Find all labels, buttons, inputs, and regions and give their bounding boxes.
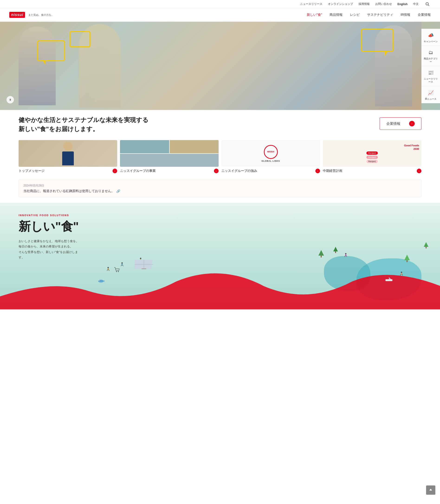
card-midterm-plan[interactable]: Good Foods 2030 Recipe3 Recipe2 Recipe1 … (323, 140, 421, 173)
svg-line-23 (345, 255, 345, 257)
news-text: 当社商品に、報道されている紅麹原料は使用しておりません。 🔗 (23, 189, 417, 193)
nav-item-ir[interactable]: IR情報 (400, 13, 410, 17)
svg-line-19 (400, 274, 401, 276)
hero-photo-bg (0, 22, 421, 110)
card-group-business-arrow-icon: › (214, 169, 219, 173)
illustration-scene (0, 203, 440, 309)
person-figure-4 (400, 271, 403, 277)
svg-marker-29 (404, 255, 410, 260)
hero-image: ⏸ 📣 キャンペーン 🗂 商品カテゴリー 📰 ニュースリリース 📈 IRニュース (0, 22, 440, 110)
nav-item-products[interactable]: 商品情報 (330, 13, 343, 17)
sidebar-item-ir-news[interactable]: 📈 IRニュース (421, 86, 440, 103)
person-figure-1 (107, 267, 110, 272)
card-group-business-label: ニッスイグループの事業 › (120, 169, 219, 173)
tree-4 (424, 242, 428, 249)
svg-rect-28 (335, 252, 336, 253)
news-release-link[interactable]: ニュースリリース (300, 2, 322, 6)
card-midterm-plan-image: Good Foods 2030 Recipe3 Recipe2 Recipe1 (323, 140, 421, 167)
card-group-business-image (120, 140, 219, 167)
lang-chinese-link[interactable]: 中文 (413, 2, 419, 6)
card-top-message-arrow-icon: › (112, 169, 117, 173)
person1-silhouette (19, 27, 56, 105)
product-category-icon: 🗂 (427, 49, 434, 56)
svg-line-11 (121, 265, 122, 266)
tree-3 (404, 255, 410, 263)
card-grid: トップメッセージ › ニッスイグループの事業 › NISSUI GLOBAL L… (0, 133, 440, 180)
card-top-message-label: トップメッセージ › (19, 169, 117, 173)
speech-bubble-1 (37, 40, 65, 61)
sidebar-product-label: 商品カテゴリー (423, 57, 438, 63)
search-icon[interactable] (424, 1, 431, 7)
svg-rect-18 (401, 273, 402, 275)
ir-news-icon: 📈 (427, 89, 434, 96)
card-group-business[interactable]: ニッスイグループの事業 › (120, 140, 219, 173)
midterm-bubble-3: Recipe3 (366, 151, 378, 155)
svg-rect-2 (385, 279, 392, 281)
tree-2 (333, 247, 338, 254)
global-links-label: GLOBAL LINKS (261, 160, 280, 162)
svg-point-9 (121, 262, 123, 264)
lang-english-link[interactable]: English (398, 2, 408, 6)
svg-line-24 (346, 255, 347, 257)
logo-tagline: まだ見ぬ、食の力を。 (28, 13, 54, 17)
pause-button[interactable]: ⏸ (6, 96, 14, 104)
sidebar-news-label: ニュースリリース (423, 77, 438, 83)
sidebar-item-news-release[interactable]: 📰 ニュースリリース (421, 66, 440, 86)
shopping-cart-icon (114, 267, 120, 273)
red-zigzag-river (0, 263, 440, 309)
right-sidebar: 📣 キャンペーン 🗂 商品カテゴリー 📰 ニュースリリース 📈 IRニュース (421, 29, 440, 103)
card-group-strengths-image: NISSUI GLOBAL LINKS (221, 140, 320, 167)
news-date: 2024年03月28日 (23, 184, 417, 188)
hero-cta-button[interactable]: 企業情報 › (380, 117, 421, 130)
recruit-link[interactable]: 採用情報 (358, 2, 370, 6)
top-bar: ニュースリリース オンラインショップ 採用情報 お問い合わせ English 中… (0, 0, 440, 8)
svg-rect-6 (108, 268, 109, 270)
boat-icon (384, 277, 394, 282)
nav-items: 新しい"食" 商品情報 レシピ サステナビリティ IR情報 企業情報 (307, 13, 431, 17)
svg-rect-30 (407, 260, 408, 262)
online-shop-link[interactable]: オンラインショップ (328, 2, 353, 6)
card-group-strengths[interactable]: NISSUI GLOBAL LINKS ニッスイグループの強み › (221, 140, 320, 173)
svg-point-41 (116, 271, 117, 272)
card-group-strengths-arrow-icon: › (315, 169, 320, 173)
tree-1 (318, 250, 324, 258)
speech-bubble-3 (361, 29, 394, 52)
global-circle-icon: NISSUI (264, 145, 278, 159)
svg-line-7 (107, 269, 108, 271)
svg-point-21 (345, 253, 346, 254)
nav-item-company[interactable]: 企業情報 (418, 13, 431, 17)
card-group-strengths-label: ニッスイグループの強み › (221, 169, 320, 173)
svg-rect-10 (122, 264, 123, 265)
hero-caption: 健やかな生活とサステナブルな未来を実現する 新しい"食"をお届けします。 企業情… (0, 110, 440, 133)
midterm-bubble-2: Recipe2 (366, 156, 378, 159)
svg-point-5 (108, 267, 109, 268)
card-top-message-image (19, 140, 117, 167)
midterm-bubbles: Recipe3 Recipe2 Recipe1 (366, 151, 378, 163)
svg-point-42 (118, 271, 119, 272)
svg-marker-31 (424, 242, 428, 247)
logo-nissui: nissui (11, 13, 23, 17)
sidebar-ir-label: IRニュース (425, 97, 437, 100)
contact-link[interactable]: お問い合わせ (375, 2, 392, 6)
svg-rect-26 (321, 256, 322, 257)
news-link-icon[interactable]: 🔗 (116, 189, 120, 193)
fish-icon (97, 279, 104, 284)
logo-area[interactable]: nissui まだ見ぬ、食の力を。 (9, 12, 54, 18)
sidebar-item-product-category[interactable]: 🗂 商品カテゴリー (421, 46, 440, 66)
sidebar-campaign-label: キャンペーン (424, 40, 438, 43)
card-midterm-plan-arrow-icon: › (417, 169, 421, 173)
speech-bubble-2 (70, 31, 91, 47)
sidebar-item-campaign[interactable]: 📣 キャンペーン (421, 29, 440, 46)
logo-box: nissui (9, 12, 25, 18)
hero-wrapper: ⏸ 📣 キャンペーン 🗂 商品カテゴリー 📰 ニュースリリース 📈 IRニュース (0, 22, 440, 133)
svg-line-8 (109, 269, 109, 271)
main-nav: nissui まだ見ぬ、食の力を。 新しい"食" 商品情報 レシピ サステナビリ… (0, 8, 440, 22)
svg-marker-38 (104, 280, 104, 282)
nav-item-food[interactable]: 新しい"食" (307, 13, 322, 17)
nav-item-recipe[interactable]: レシピ (350, 13, 360, 17)
card-top-message[interactable]: トップメッセージ › (19, 140, 117, 173)
svg-marker-27 (333, 247, 338, 252)
news-banner: 2024年03月28日 当社商品に、報道されている紅麹原料は使用しておりません。… (19, 180, 421, 197)
nav-item-sustainability[interactable]: サステナビリティ (367, 13, 393, 17)
solar-panel (135, 257, 153, 270)
